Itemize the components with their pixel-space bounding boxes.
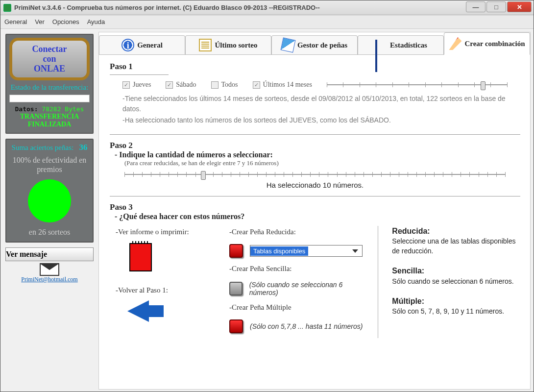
ver-mensaje-button[interactable]: Ver mensaje — [5, 247, 94, 261]
tab-gestor-penas[interactable]: Gestor de peñas — [271, 35, 358, 54]
tab-label: Estadísticas — [390, 41, 427, 49]
connect-line1: Conectar — [15, 45, 84, 54]
transfer-progress — [9, 95, 90, 102]
help-multiple-text: Sólo con 5, 7, 8, 9, 10 y 11 números. — [392, 307, 504, 315]
divider — [110, 74, 169, 75]
crear-multiple-label: -Crear Peña Múltiple — [229, 303, 366, 312]
checkbox-ultimos14[interactable]: ✓Últimos 14 meses — [253, 81, 312, 89]
menu-ayuda[interactable]: Ayuda — [87, 18, 105, 25]
mail-icon[interactable] — [40, 263, 59, 276]
main-panel: General Último sorteo Gestor de peñas Es… — [98, 32, 531, 390]
info-icon — [121, 39, 134, 51]
help-sencilla-title: Sencilla: — [392, 267, 424, 275]
crear-reducida-button[interactable] — [229, 244, 243, 258]
transfer-complete-label: TRANSFERENCIA FINALIZADA — [9, 113, 90, 128]
notebook-icon[interactable] — [129, 243, 152, 271]
tablas-dropdown[interactable]: Tablas disponibles — [250, 245, 363, 257]
step1-note1: -Tiene seleccionados los últimos 14 mese… — [110, 89, 520, 114]
app-icon — [3, 4, 11, 12]
contact-email[interactable]: PrimiNet@hotmail.com — [5, 276, 94, 283]
step1-slider[interactable] — [327, 84, 508, 85]
step2-hint: (Para crear reducidas, se han de elegir … — [110, 159, 520, 167]
minimize-button[interactable]: — — [466, 1, 485, 12]
cards-icon — [280, 38, 295, 53]
efectividad-label: 100% de efectividad en premios — [9, 155, 90, 174]
green-indicator-icon — [28, 179, 71, 222]
connect-line3: ONLAE — [15, 64, 84, 74]
multiple-note: (Sólo con 5,7,8 ... hasta 11 números) — [250, 322, 363, 330]
tab-label: Gestor de peñas — [297, 41, 347, 49]
step1-title: Paso 1 — [110, 62, 520, 72]
tab-ultimo-sorteo[interactable]: Último sorteo — [185, 35, 271, 54]
checkbox-sabado[interactable]: ✓Sábado — [166, 81, 196, 89]
step3-help-panel: Reducida: Seleccione una de las tablas d… — [378, 226, 520, 338]
data-bytes-line: Datos: 78282 Bytes — [9, 105, 90, 113]
step1-controls: ✓Jueves ✓Sábado Todos ✓Últimos 14 meses — [110, 81, 520, 89]
menu-opciones[interactable]: Opciones — [52, 18, 79, 25]
menu-general[interactable]: General — [4, 18, 27, 25]
connect-panel: Conectar con ONLAE Estado de la transfer… — [5, 34, 94, 134]
checkbox-jueves[interactable]: ✓Jueves — [122, 81, 151, 89]
tab-label: Último sorteo — [215, 41, 257, 49]
step3-subtitle: - ¿Qué desea hacer con estos números? — [110, 212, 520, 221]
step2-selected-label: Ha seleccionado 10 números. — [110, 181, 520, 189]
menu-bar: General Ver Opciones Ayuda — [0, 15, 534, 29]
chevron-down-icon — [352, 249, 358, 253]
step2-title: Paso 2 — [110, 141, 520, 150]
help-multiple-title: Múltiple: — [392, 297, 424, 305]
tabstrip: General Último sorteo Gestor de peñas Es… — [99, 32, 530, 55]
menu-ver[interactable]: Ver — [35, 18, 45, 25]
back-arrow-icon[interactable] — [127, 300, 149, 322]
tab-general[interactable]: General — [99, 35, 185, 54]
tab-estadisticas[interactable]: Estadísticas — [358, 35, 444, 54]
stats-panel: Suma aciertos peñas: 36 100% de efectivi… — [5, 139, 94, 243]
step2-subtitle: - Indique la cantidad de números a selec… — [110, 150, 520, 159]
document-icon — [199, 39, 212, 51]
crear-sencilla-button[interactable] — [229, 282, 243, 295]
dropdown-selected: Tablas disponibles — [250, 246, 308, 256]
help-reducida-title: Reducida: — [392, 227, 430, 235]
sidebar: Conectar con ONLAE Estado de la transfer… — [0, 29, 98, 392]
suma-label: Suma aciertos peñas: 36 — [9, 143, 90, 152]
close-button[interactable]: ✕ — [507, 1, 532, 12]
volver-label: -Volver al Paso 1: — [116, 286, 212, 294]
checkbox-todos[interactable]: Todos — [211, 81, 238, 89]
crear-sencilla-label: -Crear Peña Sencilla: — [229, 265, 366, 273]
slider-knob[interactable] — [481, 81, 485, 90]
divider — [110, 134, 520, 135]
tab-content: Paso 1 ✓Jueves ✓Sábado Todos ✓Últimos 14… — [99, 55, 530, 389]
ver-informe-label: -Ver informe o imprimir: — [116, 228, 212, 236]
transfer-state-label: Estado de la transferencia: — [9, 83, 90, 92]
tab-label: Crear combinación — [464, 40, 525, 48]
pencil-icon — [449, 37, 461, 50]
step2-slider[interactable] — [124, 174, 506, 175]
crear-reducida-label: -Crear Peña Reducida: — [229, 228, 366, 236]
step3-title: Paso 3 — [110, 202, 520, 212]
sencilla-note: (Sólo cuando se seleccionan 6 números) — [249, 281, 366, 296]
step1-note2: -Ha seleccionado tanto los números de lo… — [110, 114, 520, 125]
sorteos-label: en 26 sorteos — [9, 227, 90, 237]
connect-onlae-button[interactable]: Conectar con ONLAE — [9, 38, 90, 80]
tab-crear-combinacion[interactable]: Crear combinación — [444, 32, 530, 55]
slider-knob[interactable] — [201, 171, 206, 180]
bars-icon — [374, 39, 387, 51]
divider — [110, 196, 520, 196]
tab-label: General — [137, 41, 163, 49]
help-sencilla-text: Sólo cuando se seleccionan 6 números. — [392, 277, 513, 285]
crear-multiple-button[interactable] — [229, 319, 243, 333]
maximize-button[interactable]: □ — [486, 1, 506, 12]
help-reducida-text: Seleccione una de las tablas disponibles… — [392, 237, 515, 255]
app-window: PrimiNet v.3.4.6 - Comprueba tus números… — [0, 0, 534, 392]
connect-line2: con — [15, 54, 84, 64]
window-title: PrimiNet v.3.4.6 - Comprueba tus números… — [14, 4, 320, 11]
suma-value: 36 — [79, 143, 87, 152]
title-bar[interactable]: PrimiNet v.3.4.6 - Comprueba tus números… — [0, 0, 534, 15]
